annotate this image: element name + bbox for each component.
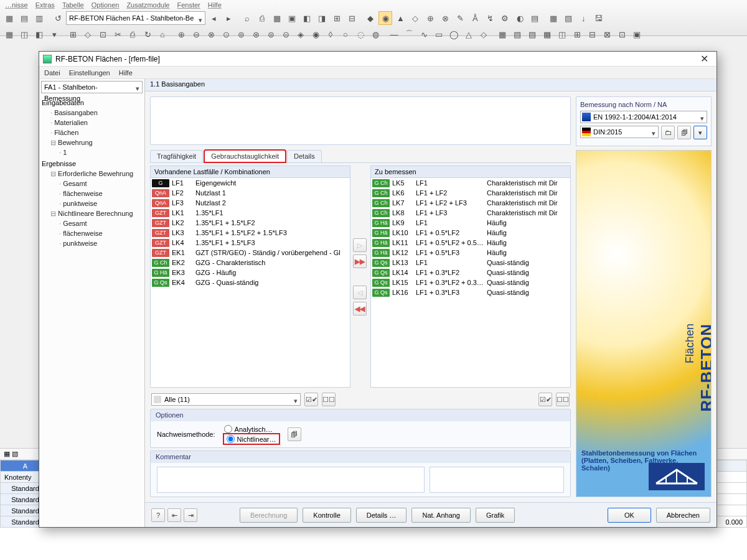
move-all-left-icon[interactable]: ◀◀: [353, 302, 367, 315]
toolbar-icon[interactable]: ⊡: [96, 27, 110, 41]
toolbar-icon[interactable]: ▦: [547, 11, 560, 25]
menu-hilfe[interactable]: Hilfe: [119, 69, 133, 77]
toolbar-icon[interactable]: ◉: [309, 27, 322, 41]
toolbar-icon[interactable]: ◨: [315, 11, 329, 25]
tree-item[interactable]: Flächen: [42, 128, 142, 138]
toolbar-icon[interactable]: ▲: [393, 11, 407, 25]
list-item[interactable]: GZTLK41.35*LF1 + 1.5*LF3: [151, 238, 350, 248]
toolbar-icon[interactable]: ⊗: [204, 27, 218, 41]
toolbar-icon[interactable]: ◇: [81, 27, 95, 41]
toolbar-icon[interactable]: ▧: [510, 27, 524, 41]
tree-item[interactable]: Materialien: [42, 118, 142, 128]
method-settings-icon[interactable]: 🗐: [288, 427, 301, 441]
toolbar-icon[interactable]: ⌒: [402, 27, 416, 41]
berechnung-button[interactable]: Berechnung: [240, 508, 298, 523]
tree-item[interactable]: Erforderliche Bewehrung: [42, 169, 142, 179]
list-item[interactable]: G ChLK6LF1 + LF2Charakteristisch mit Dir: [371, 188, 570, 198]
grid-icon[interactable]: ▦: [4, 450, 10, 457]
toolbar-icon[interactable]: ▦: [496, 27, 509, 41]
menu-einstellungen[interactable]: Einstellungen: [69, 69, 110, 77]
toolbar-icon[interactable]: 🖫: [591, 11, 605, 25]
toolbar-icon[interactable]: ○: [339, 27, 352, 41]
toolbar-icon[interactable]: ◉: [378, 11, 392, 25]
selected-loadcases-list[interactable]: Zu bemessen G ChLK5LF1Charakteristisch m…: [370, 166, 571, 388]
move-all-right-icon[interactable]: ▶▶: [353, 254, 367, 268]
list-item[interactable]: QnALF2Nutzlast 1: [151, 188, 350, 198]
toolbar-icon[interactable]: ▥: [32, 11, 46, 25]
norm-btn1[interactable]: 🗀: [661, 126, 675, 139]
list-item[interactable]: G HäLK11LF1 + 0.5*LF2 + 0.5*LFHäufig: [371, 238, 570, 248]
norm-btn-filter[interactable]: ▾: [693, 126, 707, 139]
toolbar-icon[interactable]: ◫: [17, 27, 31, 41]
move-left-icon[interactable]: ◁: [353, 286, 367, 299]
toolbar-icon[interactable]: ▣: [285, 11, 299, 25]
toolbar-icon[interactable]: ↺: [51, 11, 65, 25]
toolbar-icon[interactable]: ⊞: [66, 27, 80, 41]
norm-select[interactable]: EN 1992-1-1:2004/A1:2014: [580, 111, 707, 123]
close-icon[interactable]: ✕: [695, 53, 713, 65]
list-item[interactable]: G ChLK8LF1 + LF3Charakteristisch mit Dir: [371, 208, 570, 218]
toolbar-icon[interactable]: ⚙: [498, 11, 512, 25]
toolbar-icon[interactable]: ◂: [207, 11, 220, 25]
list-item[interactable]: QnALF3Nutzlast 2: [151, 198, 350, 208]
dialog-menubar[interactable]: Datei Einstellungen Hilfe: [39, 67, 716, 79]
list-item[interactable]: G HäLK9LF1Häufig: [371, 218, 570, 228]
list-item[interactable]: G QsLK15LF1 + 0.3*LF2 + 0.3*LFQuasi-stän…: [371, 278, 570, 287]
na-select[interactable]: DIN:2015: [580, 126, 659, 138]
available-loadcases-list[interactable]: Vorhandene Lastfälle / Kombinationen GLF…: [150, 166, 350, 388]
toolbar-icon[interactable]: Å: [468, 11, 482, 25]
toolbar-icon[interactable]: ⊚: [234, 27, 248, 41]
titlebar[interactable]: RF-BETON Flächen - [rfem-file] ✕: [39, 52, 716, 67]
toolbar-icon[interactable]: ⊜: [264, 27, 278, 41]
toolbar-icon[interactable]: ↓: [576, 11, 590, 25]
toolbar-icon[interactable]: ⌕: [240, 11, 254, 25]
list-item[interactable]: G HäLK12LF1 + 0.5*LF3Häufig: [371, 248, 570, 258]
toolbar-icon[interactable]: ↻: [141, 27, 154, 41]
list-item[interactable]: G ChLK5LF1Charakteristisch mit Dir: [371, 178, 570, 188]
ok-button[interactable]: OK: [608, 508, 651, 523]
list-item[interactable]: GZTLK21.35*LF1 + 1.5*LF2: [151, 218, 350, 228]
toolbar-icon[interactable]: ▦: [2, 11, 16, 25]
prev-icon[interactable]: ⇤: [167, 508, 181, 522]
toggle-icon[interactable]: ☐☐: [322, 393, 336, 406]
module-combo[interactable]: RF-BETON Flächen FA1 - Stahlbeton-Be: [66, 11, 205, 25]
toolbar-icon[interactable]: ◇: [477, 27, 491, 41]
tree-item[interactable]: punktweise: [42, 238, 142, 248]
tree-item[interactable]: flächenweise: [42, 189, 142, 198]
toolbar-icon[interactable]: ▨: [525, 27, 539, 41]
list-item[interactable]: G QsLK13LF1Quasi-ständig: [371, 258, 570, 268]
toolbar-icon[interactable]: ⊠: [600, 27, 614, 41]
toolbar-icon[interactable]: ◊: [324, 27, 337, 41]
toolbar-icon[interactable]: —: [387, 27, 401, 41]
radio-analytisch[interactable]: Analytisch…: [224, 425, 279, 433]
toolbar-icon[interactable]: ⊡: [615, 27, 629, 41]
toolbar-icon[interactable]: ⊗: [438, 11, 452, 25]
next-icon[interactable]: ⇥: [184, 508, 197, 522]
tree-item[interactable]: 1: [42, 147, 142, 157]
check-all-icon[interactable]: ☑✔: [304, 393, 318, 406]
list-item[interactable]: GZTLK11.35*LF1: [151, 208, 350, 218]
toolbar-icon[interactable]: ⊝: [279, 27, 293, 41]
toolbar-icon[interactable]: ↯: [483, 11, 497, 25]
list-item[interactable]: GZTEK1GZT (STR/GEO) - Ständig / vorüberg…: [151, 248, 350, 258]
toolbar-icon[interactable]: ⊞: [330, 11, 344, 25]
toolbar-icon[interactable]: ◌: [354, 27, 367, 41]
tree-item[interactable]: Basisangaben: [42, 108, 142, 118]
case-combo[interactable]: FA1 - Stahlbeton-Bemessung: [41, 81, 143, 93]
toolbar-icon[interactable]: ◧: [300, 11, 314, 25]
toolbar-icon[interactable]: ◆: [364, 11, 377, 25]
check-all-icon[interactable]: ☑✔: [538, 393, 552, 406]
radio-nichtlinear[interactable]: Nichtlinear…: [224, 434, 279, 444]
toolbar-icon[interactable]: ⎙: [255, 11, 269, 25]
toolbar-icon[interactable]: ▾: [47, 27, 61, 41]
toolbar-icon[interactable]: ◈: [294, 27, 308, 41]
toolbar-icon[interactable]: ⊕: [423, 11, 437, 25]
toolbar-icon[interactable]: ◧: [32, 27, 46, 41]
toolbar-icon[interactable]: ✎: [453, 11, 467, 25]
toolbar-icon[interactable]: ✂: [111, 27, 125, 41]
details-button[interactable]: Details …: [356, 508, 407, 523]
list-item[interactable]: GLF1Eigengewicht: [151, 178, 350, 188]
toolbar-icon[interactable]: ⊖: [189, 27, 203, 41]
toolbar-icon[interactable]: ⌂: [156, 27, 169, 41]
toolbar-icon[interactable]: ⎙: [126, 27, 139, 41]
